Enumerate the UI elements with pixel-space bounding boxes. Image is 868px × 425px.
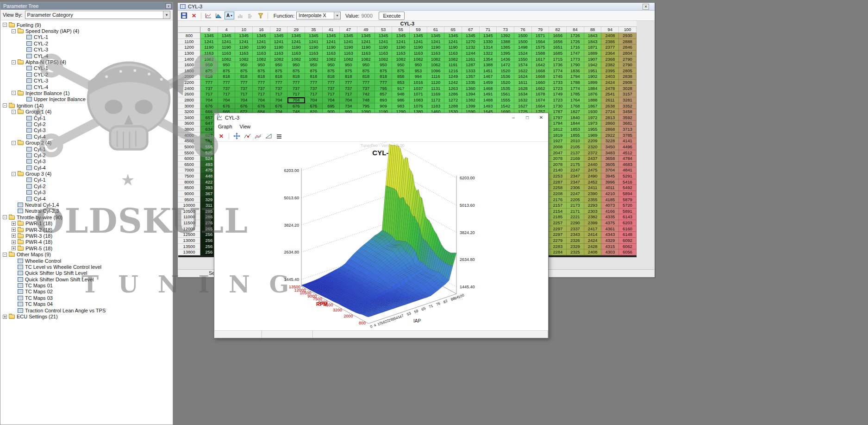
table-cell[interactable]: 2790 [619, 62, 637, 68]
table-cell[interactable]: 1169 [427, 91, 445, 97]
table-cell[interactable]: 1628 [514, 86, 532, 92]
row-header[interactable]: 2600 [178, 91, 200, 97]
tree-item[interactable]: CYL-1 [0, 65, 173, 71]
table-cell[interactable]: 2326 [567, 238, 584, 244]
table-cell[interactable]: 737 [253, 86, 270, 92]
table-cell[interactable]: 704 [218, 97, 236, 103]
table-cell[interactable]: 737 [200, 86, 218, 92]
table-cell[interactable]: 875 [305, 68, 323, 74]
tree-item[interactable]: CYL-3 [0, 47, 173, 53]
tree-item[interactable]: -Group 1 (4) [0, 108, 173, 114]
row-header[interactable]: 1200 [178, 44, 200, 51]
table-cell[interactable]: 1715 [549, 57, 567, 63]
table-cell[interactable]: 950 [200, 62, 218, 68]
column-header[interactable]: 59 [410, 27, 427, 32]
table-cell[interactable]: 994 [410, 74, 427, 80]
table-cell[interactable]: 1249 [444, 74, 462, 80]
table-cell[interactable]: 875 [218, 68, 236, 74]
table-cell[interactable]: 1190 [287, 44, 305, 51]
table-cell[interactable]: 1794 [567, 74, 584, 80]
table-cell[interactable]: 704 [253, 97, 270, 103]
table-cell[interactable]: 2377 [601, 44, 619, 51]
tree-item[interactable]: Wheelie Control [0, 258, 173, 264]
table-cell[interactable]: 1790 [567, 62, 584, 68]
table-cell[interactable]: 917 [392, 86, 410, 92]
column-header[interactable]: 29 [287, 27, 305, 32]
table-cell[interactable]: 818 [270, 74, 288, 80]
table-cell[interactable]: 818 [218, 74, 236, 80]
column-header[interactable]: 65 [444, 27, 462, 32]
table-cell[interactable]: 2805 [619, 68, 637, 74]
table-cell[interactable]: 737 [305, 86, 323, 92]
table-cell[interactable]: 2303 [584, 209, 602, 215]
table-cell[interactable]: 734 [340, 103, 357, 109]
table-cell[interactable]: 2185 [549, 214, 567, 220]
table-cell[interactable]: 1163 [357, 51, 375, 57]
table-cell[interactable]: 3785 [619, 133, 637, 139]
table-cell[interactable]: 1467 [480, 74, 497, 80]
table-cell[interactable]: 1853 [567, 127, 584, 133]
table-cell[interactable]: 1016 [410, 80, 427, 86]
value-input[interactable]: 9000 [361, 13, 377, 19]
table-cell[interactable]: 1588 [532, 51, 550, 57]
table-cell[interactable]: 1388 [497, 39, 514, 45]
table-cell[interactable]: 1360 [462, 86, 480, 92]
table-cell[interactable]: 2395 [601, 68, 619, 74]
table-cell[interactable]: 3996 [601, 179, 619, 185]
table-cell[interactable]: 1902 [584, 74, 602, 80]
table-cell[interactable]: 1345 [392, 33, 410, 39]
table-cell[interactable]: 704 [235, 97, 253, 103]
table-cell[interactable]: 4303 [601, 249, 619, 255]
row-header[interactable]: 1400 [178, 57, 200, 63]
table-cell[interactable]: 818 [323, 74, 340, 80]
table-cell[interactable]: 4496 [619, 144, 637, 150]
close-icon[interactable]: ✕ [534, 114, 548, 122]
table-cell[interactable]: 1488 [480, 97, 497, 103]
table-cell[interactable]: 2171 [567, 209, 584, 215]
table-cell[interactable]: 875 [200, 68, 218, 74]
table-cell[interactable]: 2414 [584, 232, 602, 238]
column-header[interactable]: 79 [532, 27, 550, 32]
table-cell[interactable]: 777 [200, 80, 218, 86]
tree-item[interactable]: TC Maps 03 [0, 295, 173, 301]
row-header[interactable]: 3800 [178, 127, 200, 133]
line-chart-view-button[interactable] [204, 12, 212, 20]
table-cell[interactable]: 704 [287, 97, 305, 103]
table-cell[interactable]: 3458 [619, 109, 637, 115]
series-chart-button[interactable] [254, 132, 262, 140]
table-cell[interactable]: 1261 [462, 57, 480, 63]
table-cell[interactable]: 1062 [427, 62, 445, 68]
table-cell[interactable]: 2047 [549, 150, 567, 156]
table-cell[interactable]: 1664 [532, 103, 550, 109]
table-cell[interactable]: 818 [253, 74, 270, 80]
row-header[interactable]: 2200 [178, 80, 200, 86]
table-cell[interactable]: 1768 [567, 103, 584, 109]
table-cell[interactable]: 2417 [584, 226, 602, 232]
table-cell[interactable]: 4343 [601, 232, 619, 238]
table-cell[interactable]: 2209 [584, 138, 602, 144]
table-cell[interactable]: 1930 [584, 109, 602, 115]
table-cell[interactable]: 1190 [200, 44, 218, 51]
table-cell[interactable]: 1322 [480, 51, 497, 57]
table-cell[interactable]: 717 [287, 91, 305, 97]
row-header[interactable]: 2800 [178, 97, 200, 103]
table-cell[interactable]: 950 [218, 62, 236, 68]
table-cell[interactable]: 1794 [549, 121, 567, 127]
table-cell[interactable]: 1889 [584, 51, 602, 57]
row-header[interactable]: 10000 [178, 203, 200, 209]
tree-item[interactable]: Quick Shifter Up Shift Level [0, 270, 173, 276]
table-cell[interactable]: 950 [253, 62, 270, 68]
table-cell[interactable]: 1812 [549, 127, 567, 133]
table-cell[interactable]: 1395 [497, 51, 514, 57]
table-cell[interactable]: 4335 [601, 214, 619, 220]
row-header[interactable]: 1300 [178, 51, 200, 57]
table-cell[interactable]: 717 [218, 91, 236, 97]
tree-item[interactable]: CYL-3 [0, 78, 173, 84]
table-cell[interactable]: 1082 [375, 57, 393, 63]
tree-item[interactable]: CYL-1 [0, 34, 173, 40]
table-cell[interactable]: 818 [357, 74, 375, 80]
column-header[interactable]: 100 [619, 27, 637, 32]
table-cell[interactable]: 1071 [410, 91, 427, 97]
table-cell[interactable]: 875 [270, 68, 288, 74]
table-cell[interactable]: 1871 [584, 44, 602, 51]
